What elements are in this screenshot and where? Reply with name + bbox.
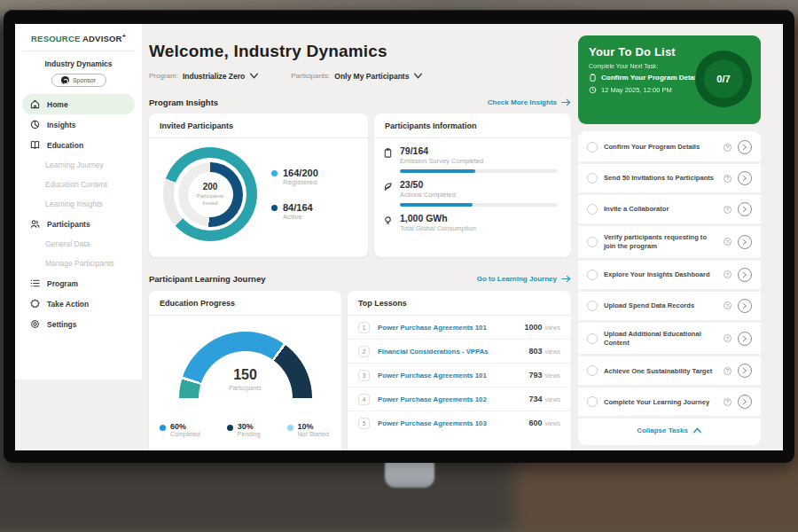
task-go-button[interactable] bbox=[738, 140, 752, 154]
task-row[interactable]: Explore Your Insights Dashboard ? bbox=[578, 261, 761, 292]
task-label: Upload Additional Educational Content bbox=[604, 330, 717, 348]
participants-value: Only My Participants bbox=[334, 72, 409, 81]
program-select[interactable]: Program: Industrialize Zero bbox=[149, 71, 259, 81]
task-go-button[interactable] bbox=[738, 171, 752, 185]
todo-panel: Your To Do List Complete Your Next Task:… bbox=[578, 35, 761, 450]
sidebar-item-general-data[interactable]: General Data bbox=[22, 234, 135, 254]
sidebar-item-participants[interactable]: Participants bbox=[22, 214, 135, 234]
chevron-right-icon bbox=[742, 206, 747, 213]
task-go-button[interactable] bbox=[738, 332, 752, 346]
lesson-row[interactable]: 3 Power Purchase Agreements 101 793 view… bbox=[348, 364, 571, 387]
help-icon[interactable]: ? bbox=[724, 238, 732, 246]
legend-item-not-started: 10% Not Started bbox=[287, 422, 329, 437]
invited-donut-chart: 200 Participants Invited bbox=[163, 147, 257, 241]
legend-value: 30% bbox=[238, 422, 261, 431]
stat-total-consumption: 1,000 GWh Total Global Consumption bbox=[383, 213, 559, 232]
sidebar-item-learning-insights[interactable]: Learning Insights bbox=[22, 194, 135, 214]
legend-value: 10% bbox=[298, 422, 329, 431]
task-row[interactable]: Achieve One Sustainability Target ? bbox=[578, 356, 761, 387]
task-row[interactable]: Verify participants requesting to join t… bbox=[578, 226, 761, 261]
go-to-learning-journey-link[interactable]: Go to Learning Journey bbox=[477, 274, 571, 284]
task-checkbox[interactable] bbox=[587, 237, 598, 247]
legend-item-pending: 30% Pending bbox=[227, 422, 261, 437]
sidebar-item-program[interactable]: Program bbox=[22, 273, 135, 293]
sidebar-item-home[interactable]: Home bbox=[22, 94, 135, 114]
help-icon[interactable]: ? bbox=[724, 334, 732, 342]
legend-value: 60% bbox=[170, 422, 200, 431]
sidebar-item-label: Education bbox=[47, 141, 83, 150]
lesson-row[interactable]: 4 Power Purchase Agreements 102 734 view… bbox=[348, 387, 571, 411]
sidebar-item-label: Settings bbox=[47, 320, 77, 329]
stat-value: 79/164 bbox=[400, 145, 558, 156]
sidebar-item-learning-journey[interactable]: Learning Journey bbox=[22, 155, 135, 175]
gauge-center-value: 150 bbox=[179, 367, 312, 383]
card-title: Education Progress bbox=[149, 291, 341, 316]
chevron-right-icon bbox=[742, 144, 747, 151]
help-icon[interactable]: ? bbox=[724, 367, 732, 375]
task-go-button[interactable] bbox=[738, 268, 752, 282]
task-checkbox[interactable] bbox=[587, 270, 598, 280]
task-checkbox[interactable] bbox=[587, 142, 598, 153]
help-icon[interactable]: ? bbox=[724, 398, 732, 406]
task-row[interactable]: Confirm Your Program Details ? bbox=[578, 133, 761, 164]
help-icon[interactable]: ? bbox=[724, 175, 732, 183]
help-icon[interactable]: ? bbox=[724, 206, 732, 214]
collapse-label: Collapse Tasks bbox=[637, 426, 688, 434]
sidebar-item-manage-participants[interactable]: Manage Participants bbox=[22, 254, 135, 273]
task-row[interactable]: Invite a Collaborator ? bbox=[578, 195, 761, 226]
task-label: Invite a Collaborator bbox=[604, 205, 717, 214]
sidebar-item-education[interactable]: Education bbox=[22, 135, 135, 155]
task-checkbox[interactable] bbox=[587, 333, 598, 344]
lesson-link[interactable]: Financial Considerations - VPPAs bbox=[378, 348, 528, 356]
legend-label: Pending bbox=[238, 431, 261, 437]
lesson-link[interactable]: Power Purchase Agreements 102 bbox=[378, 395, 528, 403]
org-name: Industry Dynamics bbox=[22, 59, 135, 68]
check-more-insights-link[interactable]: Check More Insights bbox=[488, 98, 571, 107]
sidebar-item-education-content[interactable]: Education Content bbox=[22, 175, 135, 194]
sponsor-badge: Sponsor bbox=[51, 74, 106, 87]
task-row[interactable]: Send 50 Invitations to Participants ? bbox=[578, 164, 761, 195]
help-icon[interactable]: ? bbox=[724, 270, 732, 278]
legend-value: 164/200 bbox=[283, 168, 318, 178]
todo-progress-ring: 0/7 bbox=[695, 51, 752, 107]
lesson-link[interactable]: Power Purchase Agreements 103 bbox=[378, 419, 528, 427]
task-go-button[interactable] bbox=[738, 395, 752, 409]
lesson-row[interactable]: 1 Power Purchase Agreements 101 1000 vie… bbox=[348, 316, 571, 340]
filter-bar: Program: Industrialize Zero Participants… bbox=[149, 71, 423, 81]
task-go-button[interactable] bbox=[738, 235, 752, 249]
lesson-row[interactable]: 2 Financial Considerations - VPPAs 803 v… bbox=[348, 340, 571, 364]
task-row[interactable]: Complete Your Learning Journey ? bbox=[578, 387, 761, 419]
sidebar-item-settings[interactable]: Settings bbox=[22, 314, 135, 334]
task-go-button[interactable] bbox=[738, 364, 752, 378]
task-checkbox[interactable] bbox=[587, 301, 598, 311]
lesson-rank: 2 bbox=[358, 346, 370, 357]
lesson-link[interactable]: Power Purchase Agreements 101 bbox=[378, 324, 524, 332]
task-checkbox[interactable] bbox=[587, 204, 598, 215]
lesson-link[interactable]: Power Purchase Agreements 101 bbox=[378, 372, 528, 379]
sidebar-item-take-action[interactable]: Take Action bbox=[22, 293, 135, 314]
task-row[interactable]: Upload Additional Educational Content ? bbox=[578, 323, 761, 357]
task-go-button[interactable] bbox=[738, 202, 752, 216]
stat-value: 1,000 GWh bbox=[400, 213, 476, 223]
help-icon[interactable]: ? bbox=[724, 144, 732, 152]
task-checkbox[interactable] bbox=[587, 365, 598, 376]
lesson-row[interactable]: 5 Power Purchase Agreements 103 600 view… bbox=[348, 411, 571, 434]
lessons-list: 1 Power Purchase Agreements 101 1000 vie… bbox=[348, 316, 571, 434]
task-checkbox[interactable] bbox=[587, 396, 598, 407]
collapse-tasks-link[interactable]: Collapse Tasks bbox=[578, 419, 761, 443]
help-icon[interactable]: ? bbox=[724, 301, 732, 309]
legend-item-active: 84/164 Active bbox=[271, 202, 318, 221]
sidebar-item-label: Education Content bbox=[45, 180, 107, 189]
sidebar-item-insights[interactable]: Insights bbox=[22, 114, 135, 135]
todo-next-task: Confirm Your Program Details bbox=[601, 74, 702, 82]
legend-dot bbox=[160, 425, 166, 431]
task-checkbox[interactable] bbox=[587, 173, 598, 184]
progress-fill bbox=[400, 203, 473, 207]
legend-dot bbox=[271, 205, 278, 211]
legend-dot bbox=[271, 170, 278, 176]
task-row[interactable]: Upload Spend Data Records ? bbox=[578, 292, 761, 323]
sidebar-item-label: Manage Participants bbox=[45, 259, 114, 268]
gauge-center-label: Participants bbox=[179, 385, 312, 391]
task-go-button[interactable] bbox=[738, 299, 752, 313]
participants-select[interactable]: Participants: Only My Participants bbox=[291, 71, 423, 81]
